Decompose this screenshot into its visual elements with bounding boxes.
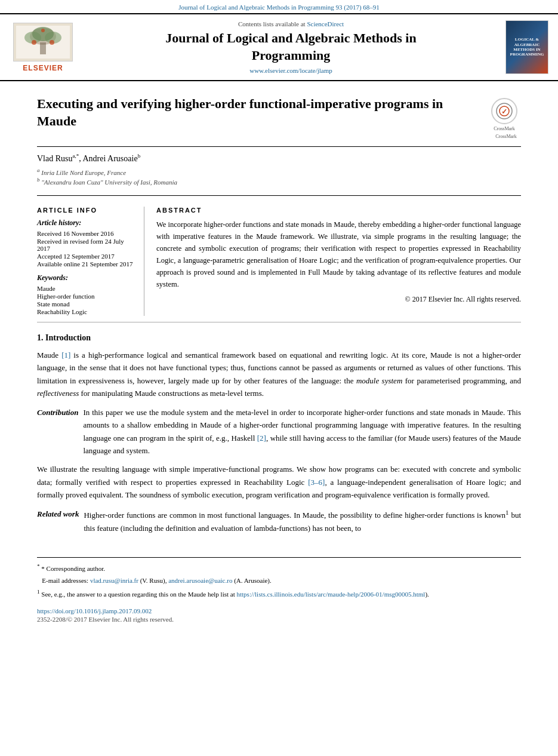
footnote-1: 1 See, e.g., the answer to a question re… bbox=[37, 588, 521, 599]
issn-line: 2352-2208/© 2017 Elsevier Inc. All right… bbox=[37, 616, 521, 623]
keyword-1: Maude bbox=[37, 285, 135, 292]
email2-link[interactable]: andrei.arusoaie@uaic.ro bbox=[168, 577, 232, 584]
para1-text: Maude [1] is a high-performance logical … bbox=[37, 351, 521, 398]
author2-sup: b bbox=[138, 153, 141, 159]
divider-1 bbox=[37, 195, 521, 196]
section1-para1: Maude [1] is a high-performance logical … bbox=[37, 349, 521, 400]
bottom-bar: https://doi.org/10.1016/j.jlamp.2017.09.… bbox=[0, 601, 558, 632]
elsevier-tree-logo bbox=[13, 23, 73, 62]
accepted-date: Accepted 12 September 2017 bbox=[37, 253, 135, 260]
keyword-4: Reachability Logic bbox=[37, 308, 135, 315]
footnotes-section: * * Corresponding author. E-mail address… bbox=[37, 557, 521, 599]
article-info-col: ARTICLE INFO Article history: Received 1… bbox=[37, 207, 144, 316]
body-content: 1. Introduction Maude [1] is a high-perf… bbox=[37, 322, 521, 551]
article-title-section: Executing and verifying higher-order fun… bbox=[37, 81, 521, 147]
section1-para2: We illustrate the resulting language wit… bbox=[37, 463, 521, 501]
article-title: Executing and verifying higher-order fun… bbox=[37, 96, 485, 130]
star-sup: * bbox=[37, 563, 40, 569]
cite-3-6[interactable]: [3–6] bbox=[308, 478, 325, 487]
crossmark-area: ✓ CrossMark bbox=[491, 98, 521, 139]
available-date: Available online 21 September 2017 bbox=[37, 260, 135, 268]
journal-link[interactable]: Journal of Logical and Algebraic Methods… bbox=[178, 4, 380, 11]
authors-section: Vlad Rusua,*, Andrei Arusoaieb a Inria L… bbox=[37, 147, 521, 190]
top-bar: Journal of Logical and Algebraic Methods… bbox=[0, 0, 558, 13]
crossmark-label: CrossMark bbox=[491, 134, 521, 139]
cite-1[interactable]: [1] bbox=[61, 351, 70, 359]
cover-text: LOGICAL &ALGEBRAICMETHODS INPROGRAMMING bbox=[510, 37, 544, 57]
related-work-text: Higher-order functions are common in mos… bbox=[84, 508, 521, 534]
svg-rect-2 bbox=[40, 42, 46, 54]
journal-header: ELSEVIER Contents lists available at Sci… bbox=[0, 13, 558, 81]
abstract-text: We incorporate higher-order functions an… bbox=[156, 219, 521, 290]
cite-2[interactable]: [2] bbox=[257, 434, 266, 442]
history-label: Article history: bbox=[37, 219, 135, 228]
contents-available-line: Contents lists available at ScienceDirec… bbox=[86, 20, 496, 27]
crossmark-icon: ✓ bbox=[491, 98, 517, 124]
svg-text:✓: ✓ bbox=[501, 107, 507, 116]
abstract-label: ABSTRACT bbox=[156, 207, 521, 214]
svg-point-6 bbox=[32, 40, 36, 45]
email1-link[interactable]: vlad.rusu@inria.fr bbox=[90, 577, 138, 584]
email-note: E-mail addresses: vlad.rusu@inria.fr (V.… bbox=[37, 576, 521, 586]
related-work-label: Related work bbox=[37, 508, 79, 534]
corresponding-author-note: * * Corresponding author. bbox=[37, 563, 521, 573]
journal-cover-logo: LOGICAL &ALGEBRAICMETHODS INPROGRAMMING bbox=[503, 20, 551, 74]
section1-heading: 1. Introduction bbox=[37, 333, 521, 343]
journal-url[interactable]: www.elsevier.com/locate/jlamp bbox=[86, 67, 496, 74]
article-info-abstract: ARTICLE INFO Article history: Received 1… bbox=[37, 201, 521, 322]
related-work-paragraph: Related work Higher-order functions are … bbox=[37, 508, 521, 534]
keyword-2: Higher-order function bbox=[37, 293, 135, 300]
doi-line[interactable]: https://doi.org/10.1016/j.jlamp.2017.09.… bbox=[37, 607, 521, 614]
keywords-label: Keywords: bbox=[37, 273, 135, 282]
article-info-label: ARTICLE INFO bbox=[37, 207, 135, 214]
elsevier-logo-area: ELSEVIER bbox=[7, 23, 79, 72]
svg-point-7 bbox=[50, 40, 54, 45]
sciencedirect-link[interactable]: ScienceDirect bbox=[307, 20, 344, 27]
main-content: Executing and verifying higher-order fun… bbox=[0, 81, 558, 599]
footnote-1-num: 1 bbox=[37, 589, 40, 595]
journal-center-info: Contents lists available at ScienceDirec… bbox=[86, 20, 496, 73]
affiliation-b: b "Alexandru Ioan Cuza" University of Ia… bbox=[37, 177, 521, 186]
journal-title: Journal of Logical and Algebraic Methods… bbox=[86, 30, 496, 64]
footnote1-url[interactable]: https://lists.cs.illinois.edu/lists/arc/… bbox=[237, 590, 426, 597]
keyword-3: State monad bbox=[37, 300, 135, 308]
affiliation-a: a Inria Lille Nord Europe, France bbox=[37, 167, 521, 176]
authors-line: Vlad Rusua,*, Andrei Arusoaieb bbox=[37, 153, 521, 164]
elsevier-label: ELSEVIER bbox=[23, 64, 63, 72]
footnote-ref-1: 1 bbox=[505, 509, 508, 516]
contribution-paragraph: Contribution In this paper we use the mo… bbox=[37, 406, 521, 457]
abstract-col: ABSTRACT We incorporate higher-order fun… bbox=[156, 207, 521, 316]
received-date: Received 16 November 2016 bbox=[37, 230, 135, 237]
contribution-text: In this paper we use the module system a… bbox=[83, 406, 521, 457]
svg-point-8 bbox=[41, 29, 45, 32]
contribution-label: Contribution bbox=[37, 406, 78, 457]
abstract-copyright: © 2017 Elsevier Inc. All rights reserved… bbox=[156, 295, 521, 304]
cover-image: LOGICAL &ALGEBRAICMETHODS INPROGRAMMING bbox=[505, 20, 548, 74]
received-revised-date: Received in revised form 24 July 2017 bbox=[37, 238, 135, 252]
